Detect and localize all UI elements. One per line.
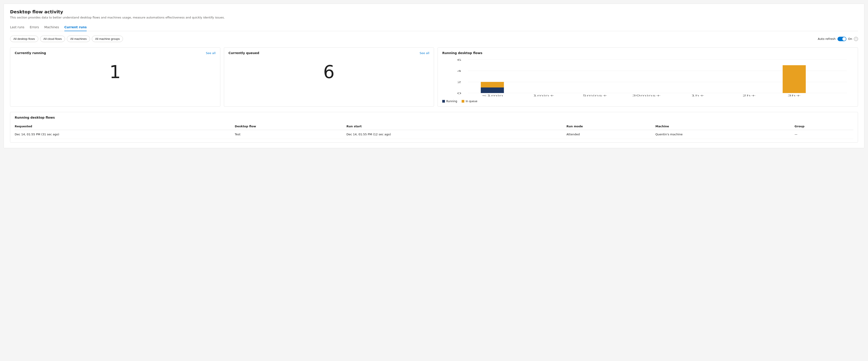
tabs-nav: Last runs Errors Machines Current runs: [10, 24, 858, 31]
svg-text:<1min: <1min: [482, 94, 503, 97]
filters-left: All desktop flows All cloud flows All ma…: [10, 36, 123, 42]
chart-title: Running desktop flows: [442, 51, 482, 55]
cell-group: —: [795, 130, 853, 139]
running-flows-table: Requested Desktop flow Run start Run mod…: [15, 123, 853, 139]
bar-3hplus-queue: [783, 65, 806, 93]
currently-queued-header: Currently queued See all: [228, 51, 430, 55]
col-requested: Requested: [15, 123, 235, 130]
currently-queued-card: Currently queued See all 6: [224, 47, 434, 107]
table-body: Dec 14, 01:55 PM (31 sec ago)TestDec 14,…: [15, 130, 853, 139]
tab-current-runs[interactable]: Current runs: [64, 24, 87, 31]
currently-running-see-all[interactable]: See all: [206, 52, 216, 55]
info-icon[interactable]: i: [854, 37, 858, 41]
filter-all-cloud-flows[interactable]: All cloud flows: [40, 36, 65, 42]
chart-header: Running desktop flows: [442, 51, 853, 55]
cell-run-mode: Attended: [566, 130, 655, 139]
svg-text:4: 4: [457, 70, 461, 72]
svg-text:6: 6: [457, 59, 461, 61]
currently-queued-title: Currently queued: [228, 51, 259, 55]
legend-running-color: [442, 100, 445, 103]
currently-running-header: Currently running See all: [15, 51, 216, 55]
filter-all-machine-groups[interactable]: All machine groups: [92, 36, 123, 42]
legend-running: Running: [442, 100, 457, 103]
svg-text:0: 0: [457, 92, 461, 95]
legend-in-queue: In queue: [462, 100, 477, 103]
currently-queued-value: 6: [228, 57, 430, 88]
table-section-title: Running desktop flows: [15, 116, 853, 119]
chart-legend: Running In queue: [442, 100, 853, 103]
table-header: Requested Desktop flow Run start Run mod…: [15, 123, 853, 130]
running-desktop-flows-card: Running desktop flows 0 2 4: [438, 47, 858, 107]
col-run-mode: Run mode: [566, 123, 655, 130]
page-subtitle: This section provides data to better und…: [10, 16, 858, 19]
currently-queued-see-all[interactable]: See all: [420, 52, 429, 55]
tab-errors[interactable]: Errors: [30, 24, 39, 31]
col-group: Group: [795, 123, 853, 130]
col-run-start: Run start: [346, 123, 566, 130]
svg-text:3h+: 3h+: [787, 94, 801, 97]
svg-text:5mins+: 5mins+: [583, 94, 608, 97]
legend-inqueue-label: In queue: [466, 100, 477, 103]
currently-running-value: 1: [15, 57, 216, 88]
legend-inqueue-color: [462, 100, 464, 103]
filters-right: Auto refresh On i: [818, 37, 858, 41]
auto-refresh-status: On: [848, 37, 852, 40]
currently-running-title: Currently running: [15, 51, 46, 55]
col-machine: Machine: [655, 123, 795, 130]
legend-running-label: Running: [446, 100, 457, 103]
svg-text:1h+: 1h+: [691, 94, 705, 97]
table-header-row: Requested Desktop flow Run start Run mod…: [15, 123, 853, 130]
filter-all-machines[interactable]: All machines: [67, 36, 90, 42]
svg-text:2h+: 2h+: [743, 94, 756, 97]
tab-machines[interactable]: Machines: [44, 24, 59, 31]
svg-text:1min+: 1min+: [533, 94, 555, 97]
cards-row: Currently running See all 1 Currently qu…: [10, 47, 858, 107]
auto-refresh-toggle[interactable]: [837, 37, 846, 41]
cell-run-start: Dec 14, 01:55 PM (12 sec ago): [346, 130, 566, 139]
table-section: Running desktop flows Requested Desktop …: [10, 112, 858, 143]
currently-running-card: Currently running See all 1: [10, 47, 220, 107]
page-title: Desktop flow activity: [10, 9, 858, 14]
filter-all-desktop-flows[interactable]: All desktop flows: [10, 36, 38, 42]
main-container: Desktop flow activity This section provi…: [4, 4, 864, 148]
col-desktop-flow: Desktop flow: [235, 123, 346, 130]
auto-refresh-label: Auto refresh: [818, 37, 835, 40]
chart-area: 0 2 4 6: [442, 58, 853, 97]
cell-machine: Quentin's machine: [655, 130, 795, 139]
svg-text:30mins+: 30mins+: [632, 94, 661, 97]
table-row: Dec 14, 01:55 PM (31 sec ago)TestDec 14,…: [15, 130, 853, 139]
svg-text:2: 2: [457, 81, 461, 84]
cell-desktop-flow: Test: [235, 130, 346, 139]
tab-last-runs[interactable]: Last runs: [10, 24, 24, 31]
bar-lt1min-running: [481, 88, 504, 93]
filters-row: All desktop flows All cloud flows All ma…: [10, 36, 858, 42]
bar-chart: 0 2 4 6: [442, 58, 853, 97]
bar-lt1min-queue: [481, 82, 504, 88]
cell-requested: Dec 14, 01:55 PM (31 sec ago): [15, 130, 235, 139]
